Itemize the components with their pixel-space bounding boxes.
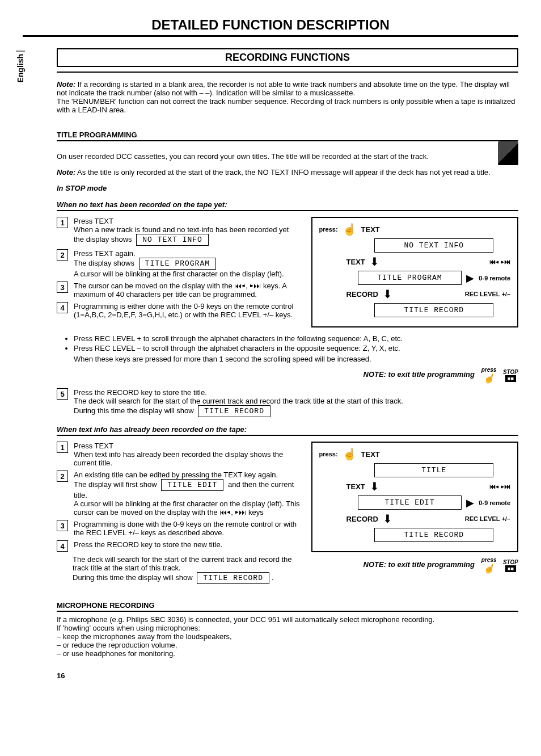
right-arrow-icon: ▶ <box>466 498 474 508</box>
text: Press TEXT <box>74 217 113 225</box>
step-1: 1 <box>57 442 68 453</box>
stop-badge: press ☝ <box>481 367 497 384</box>
title-programming-section: TITLE PROGRAMMING On user recorded DCC c… <box>57 121 518 584</box>
divider <box>23 35 518 37</box>
exit-note: NOTE: to exit title programming press ☝ … <box>311 557 518 574</box>
text: During this time the display will show <box>73 573 193 582</box>
press-label: press: <box>319 451 338 457</box>
title-prog-note: Note: As the title is only recorded at t… <box>57 168 518 177</box>
step-3: 3 <box>57 282 68 293</box>
step-2-body: An existing title can be edited by press… <box>74 471 306 516</box>
display-box: NO TEXT INFO <box>374 238 493 253</box>
display-box: TITLE PROGRAM <box>358 271 462 285</box>
step-4-cont: The deck will search for the start of th… <box>73 555 306 584</box>
text-label: TEXT <box>361 450 380 459</box>
note-label: Note: <box>57 168 75 177</box>
down-arrow-icon: ⬇ <box>370 256 379 267</box>
press-label: press: <box>319 226 338 233</box>
text: Press TEXT <box>74 442 113 450</box>
rec-level-label: REC LEVEL +/– <box>465 291 510 297</box>
divider <box>57 72 518 73</box>
stop-label: STOP <box>503 559 518 565</box>
finger-icon: ☝ <box>483 373 494 384</box>
step-4-body: Press the RECORD key to store the new ti… <box>74 540 306 549</box>
skip-keys-label: ⏮◀ ▶⏭ <box>489 258 510 265</box>
text-label: TEXT <box>361 225 380 234</box>
note-label: Note: <box>57 80 75 89</box>
display-box: TITLE <box>374 463 493 477</box>
stop-key: STOP ■■ <box>503 369 518 382</box>
text: A cursor will be blinking at the first c… <box>74 270 284 278</box>
exit-text: NOTE: to exit title programming <box>364 560 475 569</box>
num-keys-label: 0-9 remote <box>479 499 510 506</box>
display-box: TITLE RECORD <box>374 303 493 317</box>
stop-icon: ■■ <box>505 375 516 382</box>
diagram-1: press: ☝ TEXT NO TEXT INFO TEXT ⬇ ⏮◀ ▶⏭ <box>311 217 518 327</box>
rec-level-label: REC LEVEL +/– <box>465 515 510 522</box>
press-label: press <box>481 367 497 373</box>
step-5: 5 <box>57 388 68 400</box>
text-label: TEXT <box>346 258 365 266</box>
display-box: TITLE EDIT <box>358 495 462 510</box>
step-4: 4 <box>57 540 68 552</box>
display-box: TITLE PROGRAM <box>139 258 216 270</box>
sub1-heading: When no text has been recorded on the ta… <box>57 200 518 211</box>
display-box: TITLE RECORD <box>374 528 493 542</box>
renumber-text: The 'RENUMBER' function can not correct … <box>57 97 515 114</box>
down-arrow-icon: ⬇ <box>383 288 392 300</box>
step-4-body: Programming is either done with the 0-9 … <box>74 302 306 319</box>
intro-note: Note: If a recording is started in a bla… <box>57 80 518 114</box>
record-label: RECORD <box>346 290 378 299</box>
press-label: press <box>481 557 497 563</box>
text: The deck will search for the start of th… <box>73 555 292 572</box>
text: the display shows <box>74 235 132 243</box>
mic-b3: – or use headphones for monitoring. <box>57 649 518 658</box>
title-programming-heading: TITLE PROGRAMMING <box>57 131 518 141</box>
skip-keys-label: ⏮◀ ▶⏭ <box>489 483 510 490</box>
text: An existing title can be edited by press… <box>74 471 278 479</box>
text: When text info has already been recorded… <box>74 450 283 467</box>
step-2: 2 <box>57 249 68 261</box>
display-box: NO TEXT INFO <box>136 234 209 246</box>
step-3: 3 <box>57 520 68 531</box>
page-number: 16 <box>57 671 518 680</box>
step-2-body: Press TEXT again. The display shows TITL… <box>74 249 306 278</box>
down-arrow-icon: ⬇ <box>383 513 392 524</box>
page-title: DETAILED FUNCTION DESCRIPTION <box>23 17 518 33</box>
text: The display shows <box>74 259 134 267</box>
text: Press the RECORD key to store the title. <box>74 388 207 397</box>
text: When a new track is found and no text-in… <box>74 225 289 234</box>
text: Press TEXT again. <box>74 249 136 258</box>
bullet-list: Press REC LEVEL + to scroll through the … <box>74 334 518 352</box>
mic-recording-section: MICROPHONE RECORDING If a microphone (e.… <box>57 601 518 658</box>
text: The deck will search for the start of th… <box>74 397 403 405</box>
section-heading: RECORDING FUNCTIONS <box>57 48 518 67</box>
mode-label: In STOP mode <box>57 184 518 192</box>
diagram-2: press: ☝ TEXT TITLE TEXT ⬇ ⏮◀ ▶⏭ <box>311 442 518 552</box>
title-prog-line1: On user recorded DCC cassettes, you can … <box>57 152 518 161</box>
step-3-body: Programming is done with the 0-9 keys on… <box>74 520 306 537</box>
step-5-body: Press the RECORD key to store the title.… <box>74 388 518 417</box>
step-2: 2 <box>57 471 68 482</box>
mic-heading: MICROPHONE RECORDING <box>57 601 518 612</box>
text: When these keys are pressed for more tha… <box>74 355 518 363</box>
display-box: TITLE RECORD <box>197 572 269 584</box>
display-box: TITLE EDIT <box>161 479 223 491</box>
record-label: RECORD <box>346 515 378 523</box>
step-3-body: The cursor can be moved on the display w… <box>74 282 306 299</box>
dcc-cassette-icon <box>498 141 518 165</box>
down-arrow-icon: ⬇ <box>370 481 379 492</box>
stop-badge: press ☝ <box>481 557 497 574</box>
text: The display will first show <box>74 480 157 489</box>
text: During this time the display will show <box>74 406 194 415</box>
note-text: If a recording is started in a blank are… <box>57 80 510 97</box>
exit-note: NOTE: to exit title programming press ☝ … <box>57 367 518 384</box>
finger-icon: ☝ <box>343 224 357 235</box>
right-arrow-icon: ▶ <box>466 273 474 283</box>
mic-line1: If a microphone (e.g. Philips SBC 3036) … <box>57 615 518 624</box>
step-1-body: Press TEXT When text info has already be… <box>74 442 306 467</box>
display-box: TITLE RECORD <box>198 405 270 417</box>
num-keys-label: 0-9 remote <box>479 275 510 282</box>
text: Press the RECORD key to store the new ti… <box>74 540 222 549</box>
language-tab: English <box>16 51 25 83</box>
